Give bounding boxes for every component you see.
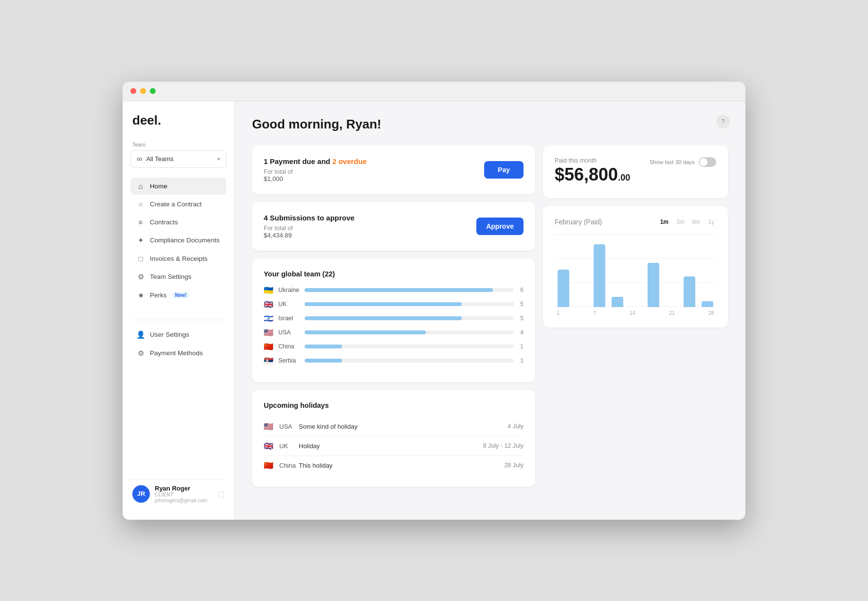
bar-fill (305, 302, 462, 306)
sidebar-item-team-settings[interactable]: ⚙ Team Settings (130, 268, 226, 286)
country-count: 5 (518, 315, 524, 322)
chart-bar (612, 297, 623, 307)
country-flag: 🇮🇱 (264, 314, 274, 323)
main-content: ? Good morning, Ryan! 1 Payment due and … (235, 101, 745, 520)
chart-bar-group (644, 234, 662, 307)
paid-amount-main: $56,800 (555, 164, 618, 184)
chart-bars (555, 234, 716, 307)
create-contract-icon: ○ (136, 200, 145, 208)
left-column: 1 Payment due and 2 overdue For total of… (252, 146, 535, 487)
filter-3m[interactable]: 3m (674, 218, 687, 226)
chart-bar-group (573, 234, 591, 307)
help-button[interactable]: ? (716, 115, 730, 128)
sidebar: deel. Team ∞ All Teams ▾ ⌂ Home ○ Create… (123, 101, 235, 520)
sidebar-item-compliance[interactable]: ✦ Compliance Documents (130, 232, 226, 249)
bar-fill (305, 330, 426, 334)
holiday-date: 28 July (504, 462, 524, 469)
show-last-30-toggle[interactable] (699, 157, 716, 167)
perks-badge: New! (173, 292, 189, 298)
submissions-sub: For total of (264, 225, 355, 232)
country-flag: 🇨🇳 (264, 342, 274, 351)
sidebar-item-label: Invoices & Receipts (150, 255, 208, 262)
chart-bar (684, 276, 695, 307)
bar-container (305, 302, 514, 306)
paid-label-group: Paid this month $56,800.00 (555, 157, 630, 183)
holiday-country: USA (279, 423, 294, 430)
sidebar-item-home[interactable]: ⌂ Home (130, 178, 226, 195)
payment-info: 1 Payment due and 2 overdue For total of… (264, 157, 367, 182)
country-row: 🇺🇸 USA 4 (264, 328, 524, 337)
chart-body (555, 234, 716, 307)
nav-section-bottom: 👤 User Settings ⚙ Payment Methods (130, 326, 226, 362)
invoices-icon: □ (136, 255, 145, 263)
bar-fill (305, 359, 342, 363)
contracts-icon: ≡ (136, 218, 145, 226)
submissions-info: 4 Submissions to approve For total of $4… (264, 214, 355, 239)
holiday-country: China (279, 462, 294, 469)
country-name: USA (278, 329, 301, 336)
bar-container (305, 359, 514, 363)
country-flag: 🇺🇦 (264, 286, 274, 295)
team-selector[interactable]: ∞ All Teams ▾ (130, 150, 226, 168)
bar-container (305, 330, 514, 334)
sidebar-item-user-settings[interactable]: 👤 User Settings (130, 326, 226, 344)
logout-icon[interactable]: ⬚ (217, 490, 224, 498)
global-team-title: Your global team (22) (264, 270, 524, 278)
right-column: Paid this month $56,800.00 Show last 30 … (543, 146, 728, 487)
holidays-card: Upcoming holidays 🇺🇸 USA Some kind of ho… (252, 390, 535, 487)
app-body: deel. Team ∞ All Teams ▾ ⌂ Home ○ Create… (123, 101, 745, 520)
bar-fill (305, 288, 493, 292)
sidebar-item-label: Contracts (150, 219, 178, 226)
country-name: Israel (278, 315, 301, 322)
global-team-card: Your global team (22) 🇺🇦 Ukraine 6 🇬🇧 UK… (252, 258, 535, 382)
dashboard-grid: 1 Payment due and 2 overdue For total of… (252, 146, 728, 487)
country-name: China (278, 343, 301, 350)
close-button[interactable] (130, 88, 136, 94)
holiday-flag: 🇺🇸 (264, 422, 274, 431)
minimize-button[interactable] (140, 88, 146, 94)
bar-container (305, 316, 514, 320)
chart-bar-group (555, 234, 573, 307)
submissions-title: 4 Submissions to approve (264, 214, 355, 222)
holiday-name: This holiday (299, 462, 499, 469)
chart-bar (594, 244, 605, 307)
sidebar-item-label: User Settings (150, 331, 189, 338)
filter-1y[interactable]: 1y (706, 218, 716, 226)
holiday-flag: 🇨🇳 (264, 461, 274, 470)
chart-bar-group (591, 234, 609, 307)
sidebar-item-invoices[interactable]: □ Invoices & Receipts (130, 250, 226, 267)
holiday-date: 4 July (507, 423, 524, 430)
sidebar-item-perks[interactable]: ★ Perks New! (130, 287, 226, 304)
logo: deel. (130, 113, 226, 128)
approve-button[interactable]: Approve (476, 218, 524, 235)
sidebar-item-label: Create a Contract (150, 200, 202, 208)
user-info: Ryan Roger CLIENT johnrogers@gmail.com (155, 485, 213, 503)
filter-1m[interactable]: 1m (658, 218, 670, 226)
nav-section-main: ⌂ Home ○ Create a Contract ≡ Contracts ✦… (130, 178, 226, 304)
app-window: deel. Team ∞ All Teams ▾ ⌂ Home ○ Create… (123, 82, 745, 520)
perks-icon: ★ (136, 291, 145, 300)
holiday-country: UK (279, 442, 294, 450)
holiday-flag: 🇬🇧 (264, 441, 274, 451)
payment-methods-icon: ⚙ (136, 349, 145, 358)
maximize-button[interactable] (150, 88, 156, 94)
paid-label: Paid this month (555, 157, 630, 164)
sidebar-item-contracts[interactable]: ≡ Contracts (130, 214, 226, 231)
team-selector-label: All Teams (146, 155, 173, 163)
chart-card: February (Paid) 1m 3m 6m 1y (543, 206, 728, 328)
holiday-name: Some kind of holiday (299, 423, 503, 430)
pay-button[interactable]: Pay (484, 161, 524, 179)
country-name: Serbia (278, 357, 301, 364)
filter-6m[interactable]: 6m (690, 218, 703, 226)
country-row: 🇺🇦 Ukraine 6 (264, 286, 524, 295)
paid-header: Paid this month $56,800.00 Show last 30 … (555, 157, 716, 183)
sidebar-item-create-contract[interactable]: ○ Create a Contract (130, 196, 226, 213)
bar-fill (305, 345, 342, 348)
country-row: 🇬🇧 UK 5 (264, 300, 524, 309)
chart-bar (558, 270, 569, 307)
sidebar-item-payment-methods[interactable]: ⚙ Payment Methods (130, 345, 226, 362)
chart-bar (702, 301, 713, 307)
holiday-list: 🇺🇸 USA Some kind of holiday 4 July 🇬🇧 UK… (264, 417, 524, 475)
country-count: 6 (518, 287, 524, 293)
country-row: 🇨🇳 China 1 (264, 342, 524, 351)
